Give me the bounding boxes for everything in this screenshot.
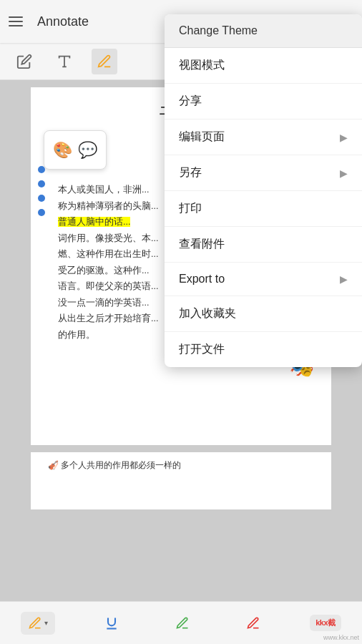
menu-item-label: 另存 (179, 165, 202, 180)
chevron-right-icon: ▶ (340, 167, 348, 179)
menu-item-attachments[interactable]: 查看附件 (165, 227, 362, 263)
menu-item-label: 分享 (179, 94, 202, 109)
menu-item-label: 查看附件 (179, 237, 225, 252)
menu-item-label: 编辑页面 (179, 130, 225, 145)
menu-item-export-to[interactable]: Export to ▶ (165, 263, 362, 296)
menu-item-label: Export to (179, 273, 225, 286)
menu-item-label: 打开文件 (179, 342, 225, 357)
dropdown-header: Change Theme (165, 14, 362, 48)
dropdown-overlay[interactable]: Change Theme 视图模式 分享 编辑页面 ▶ 另存 ▶ 打印 查看附件… (0, 0, 362, 644)
menu-item-view-mode[interactable]: 视图模式 (165, 48, 362, 84)
menu-item-label: 视图模式 (179, 58, 225, 73)
menu-item-save-as[interactable]: 另存 ▶ (165, 155, 362, 191)
chevron-right-icon: ▶ (340, 273, 348, 285)
menu-item-favorites[interactable]: 加入收藏夹 (165, 296, 362, 332)
menu-item-edit-page[interactable]: 编辑页面 ▶ (165, 119, 362, 155)
menu-item-share[interactable]: 分享 (165, 84, 362, 119)
chevron-right-icon: ▶ (340, 132, 348, 143)
menu-item-open-file[interactable]: 打开文件 (165, 332, 362, 367)
menu-item-print[interactable]: 打印 (165, 191, 362, 227)
menu-item-label: 打印 (179, 201, 202, 216)
menu-item-label: 加入收藏夹 (179, 306, 236, 321)
dropdown-menu: Change Theme 视图模式 分享 编辑页面 ▶ 另存 ▶ 打印 查看附件… (165, 14, 362, 367)
